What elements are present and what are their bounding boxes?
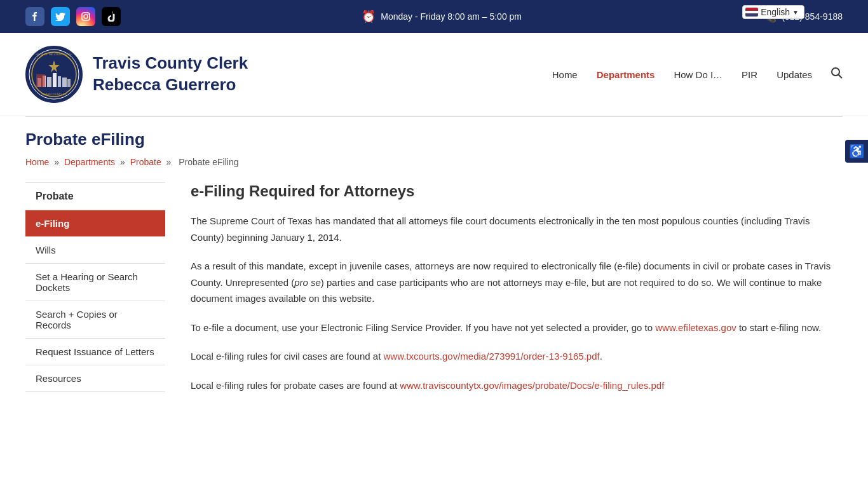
nav-how-do-i[interactable]: How Do I… (674, 69, 722, 80)
sidebar-item-search-copies[interactable]: Search + Copies or Records (25, 301, 165, 338)
breadcrumb-sep3: » (166, 157, 174, 167)
breadcrumb-probate[interactable]: Probate (130, 157, 161, 167)
content-para-1: The Supreme Court of Texas has mandated … (191, 213, 843, 245)
sidebar-item-resources[interactable]: Resources (25, 365, 165, 392)
page-title: Probate eFiling (25, 130, 843, 149)
efiletexas-link[interactable]: www.efiletexas.gov (655, 322, 736, 333)
nav-departments[interactable]: Departments (597, 69, 655, 80)
svg-rect-8 (47, 77, 51, 87)
svg-rect-11 (62, 78, 67, 87)
sidebar-item-request-letters[interactable]: Request Issuance of Letters (25, 338, 165, 365)
sidebar-item-wills[interactable]: Wills (25, 236, 165, 263)
sidebar-item-hearing[interactable]: Set a Hearing or Search Dockets (25, 263, 165, 301)
main-content: e-Filing Required for Attorneys The Supr… (165, 182, 843, 406)
svg-rect-12 (67, 79, 71, 87)
logo-area: TRAVIS COUNTY, TX OFFICE OF THE COUNTY C… (25, 46, 248, 103)
content-para-2: As a result of this mandate, except in j… (191, 258, 843, 307)
site-title: Travis County Clerk Rebecca Guerrero (93, 53, 248, 96)
nav-pir[interactable]: PIR (742, 69, 757, 80)
breadcrumb-current: Probate eFiling (179, 157, 238, 167)
breadcrumb-sep2: » (120, 157, 128, 167)
sidebar-item-efiling[interactable]: e-Filing (25, 210, 165, 236)
svg-rect-9 (53, 73, 57, 87)
social-icons (25, 7, 121, 26)
traviscountytx-link[interactable]: www.traviscountytx.gov/images/probate/Do… (400, 380, 664, 391)
page-content: Probate eFiling Home » Departments » Pro… (0, 117, 868, 431)
svg-text:TRAVIS COUNTY, TX: TRAVIS COUNTY, TX (42, 93, 67, 96)
clock-icon: ⏰ (362, 10, 376, 24)
hours-text: Monday - Friday 8:00 am – 5:00 pm (381, 11, 522, 22)
svg-point-1 (84, 15, 88, 18)
logo-circle: TRAVIS COUNTY, TX OFFICE OF THE COUNTY C… (25, 46, 83, 103)
sidebar: Probate e-Filing Wills Set a Hearing or … (25, 182, 165, 406)
hours-info: ⏰ Monday - Friday 8:00 am – 5:00 pm (362, 10, 522, 24)
nav-home[interactable]: Home (552, 69, 578, 80)
svg-rect-16 (36, 74, 45, 87)
nav-updates[interactable]: Updates (776, 69, 812, 80)
svg-text:OFFICE OF THE COUNTY CLERK: OFFICE OF THE COUNTY CLERK (34, 53, 74, 56)
two-column-layout: Probate e-Filing Wills Set a Hearing or … (25, 182, 843, 406)
title-line2: Rebecca Guerrero (93, 74, 248, 96)
chevron-down-icon: ▼ (792, 9, 799, 16)
accessibility-button[interactable]: ♿ (845, 140, 868, 163)
svg-point-2 (88, 14, 89, 15)
facebook-icon[interactable] (25, 7, 44, 26)
search-button[interactable] (831, 67, 843, 82)
header: TRAVIS COUNTY, TX OFFICE OF THE COUNTY C… (0, 33, 868, 116)
sidebar-group-title: Probate (25, 182, 165, 210)
language-selector[interactable]: English ▼ (742, 5, 804, 19)
breadcrumb: Home » Departments » Probate » Probate e… (25, 157, 843, 167)
content-para-3: To e-file a document, use your Electroni… (191, 320, 843, 336)
main-nav: Home Departments How Do I… PIR Updates (552, 67, 843, 82)
flag-icon (745, 8, 758, 17)
txcourts-link[interactable]: www.txcourts.gov/media/273991/order-13-9… (383, 351, 599, 362)
twitter-icon[interactable] (51, 7, 70, 26)
language-label: English (761, 7, 790, 17)
content-para-4: Local e-filing rules for civil cases are… (191, 348, 843, 365)
svg-rect-10 (58, 76, 61, 87)
content-para-5: Local e-filing rules for probate cases a… (191, 377, 843, 394)
svg-line-18 (839, 74, 843, 78)
breadcrumb-sep1: » (54, 157, 62, 167)
top-bar: ⏰ Monday - Friday 8:00 am – 5:00 pm 📞 (5… (0, 0, 868, 33)
title-line1: Travis County Clerk (93, 53, 248, 74)
breadcrumb-home[interactable]: Home (25, 157, 49, 167)
instagram-icon[interactable] (76, 7, 95, 26)
tiktok-icon[interactable] (102, 7, 121, 26)
breadcrumb-departments[interactable]: Departments (64, 157, 115, 167)
svg-point-17 (832, 68, 839, 76)
content-title: e-Filing Required for Attorneys (191, 182, 843, 200)
